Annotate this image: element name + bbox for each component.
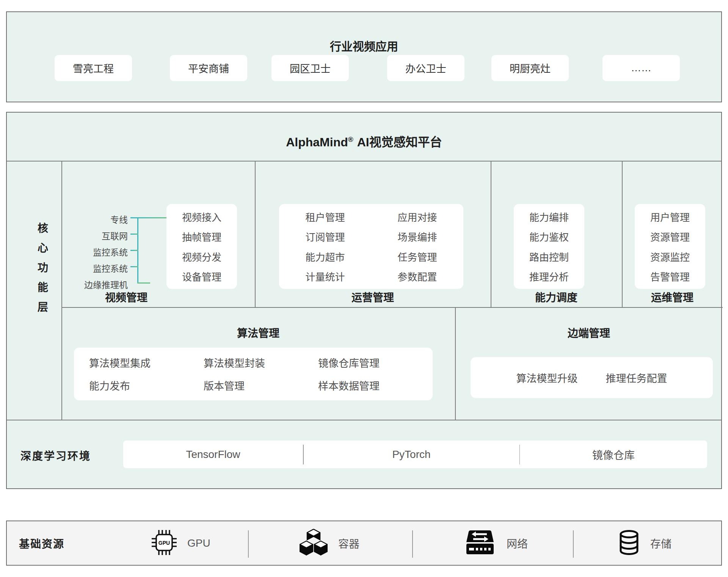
app-chip-mingchu: 明厨亮灶: [491, 55, 569, 81]
capability-item: 能力编排: [529, 210, 569, 224]
connector-tick: [130, 250, 138, 251]
registered-mark: ®: [348, 135, 353, 143]
ops-item: 计量统计: [305, 269, 345, 283]
om-mgmt-title: 运维管理: [651, 289, 693, 304]
algo-item: 镜像仓库管理: [318, 355, 433, 370]
app-chip-label: ……: [631, 62, 651, 74]
dl-seg-tensorflow: TensorFlow: [123, 441, 303, 468]
edge-item: 算法模型升级: [516, 370, 578, 385]
gpu-chip-icon: GPU: [152, 530, 177, 557]
video-mgmt-box: 视频接入 抽帧管理 视频分发 设备管理: [166, 204, 237, 289]
resource-label: 容器: [338, 536, 359, 551]
video-mgmt-title: 视频管理: [105, 289, 147, 304]
platform-title-rest: AI视觉感知平台: [357, 135, 442, 149]
video-item: 抽帧管理: [182, 229, 221, 243]
storage-database-icon: [618, 529, 640, 557]
container-cubes-icon: [300, 529, 328, 558]
algo-col-1: 算法模型集成 能力发布: [89, 348, 204, 400]
app-chip-bangong: 办公卫士: [387, 55, 464, 81]
ops-item: 场景编排: [397, 229, 437, 243]
capability-box: 能力编排 能力鉴权 路由控制 推理分析: [514, 204, 584, 289]
dl-row-divider-line: [7, 420, 721, 420]
resource-gpu: GPU GPU: [152, 530, 210, 557]
industry-apps-title: 行业视频应用: [330, 37, 398, 54]
app-chip-label: 办公卫士: [405, 61, 446, 75]
platform-title: AlphaMind®AI视觉感知平台: [286, 132, 442, 150]
title-divider-line: [7, 161, 721, 161]
svg-text:GPU: GPU: [158, 540, 170, 546]
video-source-label: 互联网: [56, 229, 128, 242]
connector-tick: [130, 266, 138, 267]
dl-seg-pytorch: PyTorch: [304, 441, 519, 468]
app-chip-pingan: 平安商铺: [170, 55, 247, 81]
algo-item: 算法模型封装: [204, 355, 318, 370]
app-chip-label: 雪亮工程: [73, 61, 114, 75]
resource-container: 容器: [300, 529, 359, 558]
ops-col-1: 租户管理 订阅管理 能力超市 计量统计: [279, 204, 371, 289]
network-switch-icon: [464, 529, 496, 557]
capability-item: 路由控制: [529, 249, 569, 263]
col-divider-3: [622, 161, 623, 307]
app-chip-label: 明厨亮灶: [510, 61, 551, 75]
dl-seg-label: 镜像仓库: [592, 447, 635, 462]
algo-item: 能力发布: [89, 378, 204, 393]
connector-line: [130, 217, 168, 218]
om-item: 告警管理: [650, 269, 690, 283]
app-chip-label: 园区卫士: [290, 61, 331, 75]
app-chip-more: ……: [602, 55, 680, 81]
ops-item: 租户管理: [305, 210, 345, 224]
resource-label: 网络: [507, 536, 528, 551]
capability-item: 推理分析: [529, 269, 569, 283]
capability-item: 能力鉴权: [529, 229, 569, 243]
video-source-label: 监控系统: [56, 262, 128, 274]
resource-separator: [573, 530, 574, 558]
platform-brand: AlphaMind: [286, 135, 348, 149]
video-item: 视频接入: [182, 210, 221, 224]
app-chip-label: 平安商铺: [188, 61, 229, 75]
resource-label: 存储: [650, 536, 672, 551]
connector-tick: [130, 234, 138, 235]
om-item: 资源监控: [650, 249, 690, 263]
ops-item: 订阅管理: [305, 229, 345, 243]
ops-mgmt-box: 租户管理 订阅管理 能力超市 计量统计 应用对接 场景编排 任务管理 参数配置: [279, 204, 463, 289]
dl-seg-label: TensorFlow: [186, 448, 240, 461]
resource-separator: [248, 530, 249, 558]
platform-panel: AlphaMind®AI视觉感知平台 核心功能层 视频管理 运营管理 能力调度 …: [6, 112, 722, 489]
algo-item: 算法模型集成: [89, 355, 204, 370]
dl-env-bar: TensorFlow PyTorch 镜像仓库: [123, 441, 707, 468]
edge-mgmt-title: 边端管理: [568, 325, 610, 340]
ops-col-2: 应用对接 场景编排 任务管理 参数配置: [371, 204, 463, 289]
om-mgmt-box: 用户管理 资源管理 资源监控 告警管理: [635, 204, 705, 289]
connector-stub: [137, 282, 150, 284]
algo-item: 版本管理: [204, 378, 318, 393]
dl-seg-label: PyTorch: [392, 448, 430, 461]
resource-network: 网络: [464, 529, 528, 557]
architecture-diagram: 行业视频应用 雪亮工程 平安商铺 园区卫士 办公卫士 明厨亮灶 …… Alpha…: [0, 0, 728, 577]
col-divider-2: [491, 161, 491, 307]
edge-item: 推理任务配置: [606, 370, 667, 385]
om-item: 资源管理: [650, 229, 690, 243]
ops-mgmt-title: 运营管理: [351, 289, 394, 304]
video-source-label: 边缘推理机: [56, 278, 128, 291]
video-source-label: 监控系统: [56, 245, 128, 258]
algo-mgmt-box: 算法模型集成 能力发布 算法模型封装 版本管理 镜像仓库管理 样本数据管理: [74, 348, 433, 400]
row2-col-divider: [455, 307, 456, 420]
resource-label: GPU: [187, 537, 210, 549]
algo-item: 样本数据管理: [318, 378, 433, 393]
col-divider-1: [255, 161, 256, 307]
ops-item: 参数配置: [397, 269, 437, 283]
industry-apps-panel: 行业视频应用 雪亮工程 平安商铺 园区卫士 办公卫士 明厨亮灶 ……: [6, 11, 722, 102]
algo-col-2: 算法模型封装 版本管理: [204, 348, 318, 400]
algo-col-3: 镜像仓库管理 样本数据管理: [318, 348, 433, 400]
video-item: 视频分发: [182, 249, 221, 263]
base-resources-panel: 基础资源 GPU GPU: [6, 521, 722, 566]
om-item: 用户管理: [650, 210, 690, 224]
app-chip-yuanqu: 园区卫士: [271, 55, 349, 81]
edge-mgmt-box: 算法模型升级 推理任务配置: [471, 357, 713, 398]
resource-separator: [412, 530, 413, 558]
row-divider-line: [61, 307, 723, 308]
dl-env-label: 深度学习环境: [20, 448, 91, 463]
ops-item: 能力超市: [305, 249, 345, 263]
core-layer-label: 核心功能层: [34, 223, 49, 321]
dl-seg-registry: 镜像仓库: [520, 441, 707, 468]
